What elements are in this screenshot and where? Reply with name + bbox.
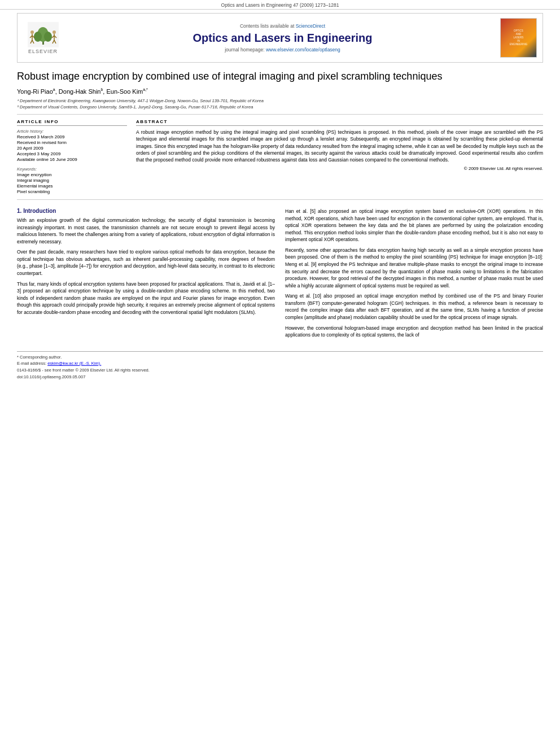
keyword-3: Elemental images	[17, 184, 127, 189]
divider-after-affiliations	[17, 114, 543, 115]
keyword-2: Integral imaging	[17, 178, 127, 183]
journal-main-title: Optics and Lasers in Engineering	[71, 31, 495, 45]
corresponding-author-note: * Corresponding author.	[17, 355, 543, 360]
article-info-heading: ARTICLE INFO	[17, 119, 127, 126]
available-date: Available online 16 June 2009	[17, 157, 127, 162]
right-para2: Recently, some other approaches for data…	[285, 247, 543, 289]
article-info-abstract-section: ARTICLE INFO Article history: Received 3…	[17, 119, 543, 195]
abstract-text: A robust image encryption method by usin…	[136, 129, 543, 164]
email-note: E-mail address: eskim@kw.ac.kr (E.-S. Ki…	[17, 361, 543, 366]
author2-name: Dong-Hak Shin	[59, 88, 101, 95]
homepage-link[interactable]: www.elsevier.com/locate/optlaseng	[266, 47, 340, 53]
keyword-4: Pixel scrambling	[17, 189, 127, 194]
svg-point-5	[30, 30, 34, 34]
abstract-copyright: © 2009 Elsevier Ltd. All rights reserved…	[136, 166, 543, 171]
revised-date: 20 April 2009	[17, 146, 127, 151]
article-title: Robust image encryption by combined use …	[17, 69, 543, 83]
divider-after-abstract	[17, 199, 543, 200]
svg-point-11	[53, 30, 56, 34]
journal-title-area: Contents lists available at ScienceDirec…	[71, 23, 495, 53]
section1-title: 1. Introduction	[17, 208, 275, 214]
affiliation-b: ᵇ Department of Visual Contents, Dongseo…	[17, 104, 543, 110]
elsevier-tree-icon	[28, 22, 59, 47]
elsevier-wordmark: ELSEVIER	[28, 49, 58, 54]
elsevier-logo: ELSEVIER	[23, 22, 63, 54]
author3-name: Eun-Soo Kim	[106, 88, 143, 95]
right-para4: However, the conventional hologram-based…	[285, 325, 543, 339]
keywords-label: Keywords:	[17, 167, 127, 172]
email-link[interactable]: eskim@kw.ac.kr (E.-S. Kim).	[47, 361, 101, 366]
revised-label: Received in revised form	[17, 140, 127, 145]
right-para1: Han et al. [5] also proposed an optical …	[285, 208, 543, 243]
keyword-1: Image encryption	[17, 172, 127, 177]
svg-point-3	[34, 32, 42, 42]
received-date: Received 3 March 2009	[17, 134, 127, 139]
article-info-column: ARTICLE INFO Article history: Received 3…	[17, 119, 127, 195]
sciencedirect-line: Contents lists available at ScienceDirec…	[71, 23, 495, 29]
footer-doi: doi:10.1016/j.optlaseng.2009.05.007	[17, 374, 543, 379]
history-label: Article history:	[17, 129, 127, 134]
journal-header: ELSEVIER Contents lists available at Sci…	[17, 13, 543, 63]
main-content-area: 1. Introduction With an explosive growth…	[17, 208, 543, 342]
section1-para2: Over the past decade, many researchers h…	[17, 248, 275, 277]
abstract-column: ABSTRACT A robust image encryption metho…	[136, 119, 543, 195]
affiliation-a: ᵃ Department of Electronic Engineering, …	[17, 98, 543, 103]
article-body: Robust image encryption by combined use …	[17, 69, 543, 379]
journal-top-bar: Optics and Lasers in Engineering 47 (200…	[0, 0, 560, 10]
abstract-heading: ABSTRACT	[136, 119, 543, 126]
keywords-section: Keywords: Image encryption Integral imag…	[17, 167, 127, 194]
sciencedirect-link[interactable]: ScienceDirect	[296, 23, 325, 29]
journal-homepage: journal homepage: www.elsevier.com/locat…	[71, 47, 495, 53]
article-footer: * Corresponding author. E-mail address: …	[17, 351, 543, 379]
right-para3: Wang et al. [10] also proposed an optica…	[285, 292, 543, 321]
section1-para1: With an explosive growth of the digital …	[17, 217, 275, 245]
author1-name: Yong-Ri Piao	[17, 88, 53, 95]
article-authors: Yong-Ri Piaoa, Dong-Hak Shinb, Eun-Soo K…	[17, 88, 543, 95]
svg-point-4	[44, 32, 52, 42]
footer-license: 0143-8166/$ - see front matter © 2009 El…	[17, 368, 543, 373]
section1-para3: Thus far, many kinds of optical encrypti…	[17, 281, 275, 316]
main-content-right: Han et al. [5] also proposed an optical …	[285, 208, 543, 342]
accepted-date: Accepted 3 May 2009	[17, 151, 127, 156]
journal-cover-image: OPTICSANDLASERSINENGINEERING	[500, 18, 537, 58]
main-content-left: 1. Introduction With an explosive growth…	[17, 208, 275, 342]
